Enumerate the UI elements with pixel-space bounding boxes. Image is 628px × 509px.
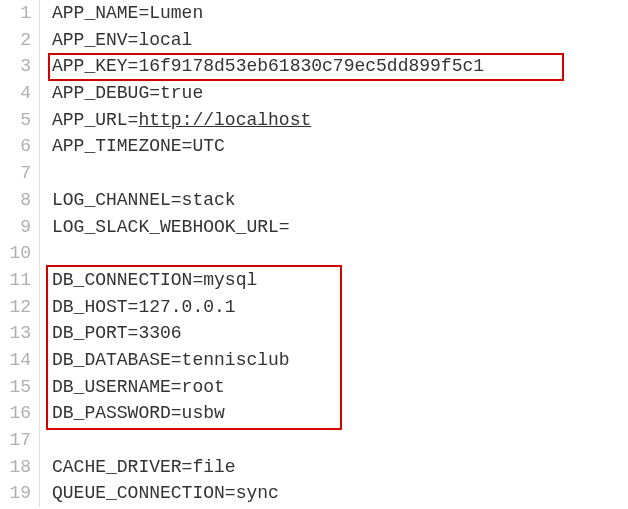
line-number: 6: [0, 133, 31, 160]
line-number: 17: [0, 427, 31, 454]
code-line-db-port: DB_PORT=3306: [52, 320, 628, 347]
line-number: 13: [0, 320, 31, 347]
code-line-db-password: DB_PASSWORD=usbw: [52, 400, 628, 427]
code-content[interactable]: APP_NAME=Lumen APP_ENV=local APP_KEY=16f…: [40, 0, 628, 507]
line-number: 8: [0, 187, 31, 214]
url-text: http://localhost: [138, 110, 311, 130]
line-number: 3: [0, 53, 31, 80]
code-line: APP_ENV=local: [52, 27, 628, 54]
line-number: 12: [0, 294, 31, 321]
line-number: 14: [0, 347, 31, 374]
code-line: APP_NAME=Lumen: [52, 0, 628, 27]
code-line: CACHE_DRIVER=file: [52, 454, 628, 481]
code-line-db-database: DB_DATABASE=tennisclub: [52, 347, 628, 374]
code-line: QUEUE_CONNECTION=sync: [52, 480, 628, 507]
line-number: 18: [0, 454, 31, 481]
code-line-empty: [52, 160, 628, 187]
line-number: 10: [0, 240, 31, 267]
line-number: 7: [0, 160, 31, 187]
line-number: 19: [0, 480, 31, 507]
code-line-empty: [52, 427, 628, 454]
line-number: 4: [0, 80, 31, 107]
code-line-app-key: APP_KEY=16f9178d53eb61830c79ec5dd899f5c1: [52, 53, 628, 80]
code-text: APP_URL=: [52, 110, 138, 130]
line-number: 9: [0, 214, 31, 241]
code-line: LOG_SLACK_WEBHOOK_URL=: [52, 214, 628, 241]
code-line: APP_TIMEZONE=UTC: [52, 133, 628, 160]
code-line-db-username: DB_USERNAME=root: [52, 374, 628, 401]
line-number: 2: [0, 27, 31, 54]
code-line: APP_DEBUG=true: [52, 80, 628, 107]
line-number: 11: [0, 267, 31, 294]
line-number-gutter: 1 2 3 4 5 6 7 8 9 10 11 12 13 14 15 16 1…: [0, 0, 40, 507]
line-number: 1: [0, 0, 31, 27]
code-line-empty: [52, 240, 628, 267]
line-number: 5: [0, 107, 31, 134]
code-line-db-host: DB_HOST=127.0.0.1: [52, 294, 628, 321]
code-line: APP_URL=http://localhost: [52, 107, 628, 134]
code-editor: 1 2 3 4 5 6 7 8 9 10 11 12 13 14 15 16 1…: [0, 0, 628, 507]
code-line-db-connection: DB_CONNECTION=mysql: [52, 267, 628, 294]
line-number: 15: [0, 374, 31, 401]
code-line: LOG_CHANNEL=stack: [52, 187, 628, 214]
line-number: 16: [0, 400, 31, 427]
